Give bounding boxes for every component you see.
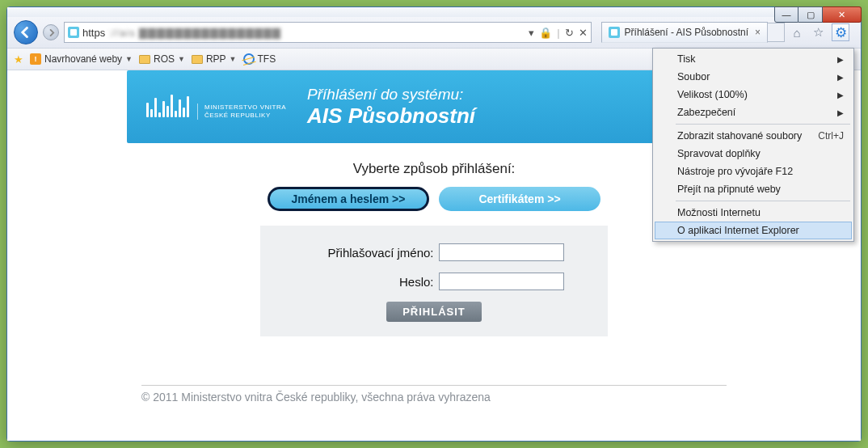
suggested-sites-label: Navrhované weby [44,53,122,65]
menu-separator [676,124,850,125]
nav-row: https ://ais ▇▇▇▇▇▇▇▇▇▇▇▇▇▇▇▇ ▾ 🔒 | ↻ ✕ … [7,17,861,48]
login-form: Přihlašovací jméno: Heslo: PŘIHLÁSIT [260,226,608,336]
tab-active[interactable]: Příhlášení - AIS Působnostní × [601,22,768,43]
login-method-prompt: Vyberte způsob přihlášení: [127,161,741,177]
fav-item-label: RPP [206,53,226,65]
add-favorite-icon[interactable]: ★ [14,53,23,66]
menu-item-label: Zabezpečení [677,107,735,118]
fav-item-label: ROS [154,53,175,65]
menu-item-pinned[interactable]: Přejít na připnuté weby [655,180,852,198]
banner: MINISTERSTVO VNITRA ČESKÉ REPUBLIKY Příh… [127,70,741,143]
tab-close-icon[interactable]: × [755,27,761,38]
menu-item-print[interactable]: Tisk▶ [655,50,852,68]
footer-copyright: © 2011 Ministerstvo vnitra České republi… [127,391,741,404]
menu-separator [676,201,850,201]
menu-item-label: Možnosti Internetu [677,207,761,218]
menu-item-label: Spravovat doplňky [677,148,761,159]
menu-item-downloads[interactable]: Zobrazit stahované souboryCtrl+J [655,127,852,145]
shield-icon: ! [30,53,41,65]
folder-icon [192,55,203,64]
back-button[interactable] [14,20,38,44]
caret-icon: ▼ [230,55,237,63]
ministry-line2: ČESKÉ REPUBLIKY [204,112,286,120]
caret-icon: ▼ [178,55,185,63]
fav-item-ros[interactable]: ROS ▼ [139,53,185,65]
url-scheme: https [82,27,105,39]
gear-icon[interactable]: ⚙ [832,23,849,41]
new-tab-button[interactable] [767,23,785,42]
submit-button[interactable]: PŘIHLÁSIT [386,302,482,322]
username-input[interactable] [439,243,564,261]
menu-item-shortcut: Ctrl+J [818,130,844,142]
password-input[interactable] [439,273,564,290]
address-bar[interactable]: https ://ais ▇▇▇▇▇▇▇▇▇▇▇▇▇▇▇▇ ▾ 🔒 | ↻ ✕ [64,22,592,43]
url-dropdown-icon[interactable]: ▾ [529,27,534,39]
tools-menu: Tisk▶ Soubor▶ Velikost (100%)▶ Zabezpeče… [652,48,854,242]
refresh-icon[interactable]: ↻ [565,27,574,39]
tab-strip: Příhlášení - AIS Působnostní × [601,22,785,43]
footer-divider [141,385,727,386]
home-icon[interactable]: ⌂ [790,25,804,40]
login-method-certificate[interactable]: Certifikátem >> [439,187,600,211]
menu-item-file[interactable]: Soubor▶ [655,68,852,86]
submenu-arrow-icon: ▶ [837,73,844,82]
menu-item-label: Tisk [677,53,695,65]
submenu-arrow-icon: ▶ [837,108,844,117]
window-minimize-button[interactable]: — [774,6,798,23]
password-label: Heslo: [305,275,434,289]
login-method-name-password[interactable]: Jménem a heslem >> [268,187,429,211]
tab-favicon [609,27,620,38]
fav-item-label: TFS [258,53,276,65]
menu-item-label: Nástroje pro vývojáře F12 [677,166,793,177]
menu-item-label: Přejít na připnuté weby [677,184,781,195]
lock-icon[interactable]: 🔒 [539,27,552,39]
suggested-sites[interactable]: ! Navrhované weby ▼ [30,53,133,65]
fav-item-rpp[interactable]: RPP ▼ [192,53,237,65]
window-maximize-button[interactable]: ▢ [798,6,823,23]
menu-item-internet-options[interactable]: Možnosti Internetu [655,204,852,222]
menu-item-addons[interactable]: Spravovat doplňky [655,145,852,163]
menu-item-label: Velikost (100%) [677,89,748,100]
banner-subtitle: Příhlášení do systému: [307,86,475,104]
fav-item-tfs[interactable]: TFS [243,53,276,65]
username-label: Přihlašovací jméno: [305,246,434,260]
window-close-button[interactable]: ✕ [823,6,862,23]
url-rest: ://ais ▇▇▇▇▇▇▇▇▇▇▇▇▇▇▇▇ [108,27,281,39]
ministry-logo: MINISTERSTVO VNITRA ČESKÉ REPUBLIKY [146,95,286,120]
menu-item-zoom[interactable]: Velikost (100%)▶ [655,86,852,104]
arrow-left-icon [20,27,32,38]
ie-icon [243,53,255,65]
menu-item-devtools[interactable]: Nástroje pro vývojáře F12 [655,163,852,180]
ministry-line1: MINISTERSTVO VNITRA [204,104,286,112]
submenu-arrow-icon: ▶ [837,91,844,99]
menu-item-security[interactable]: Zabezpečení▶ [655,104,852,121]
forward-button[interactable] [43,24,59,40]
caret-icon: ▼ [125,55,133,63]
menu-item-label: Zobrazit stahované soubory [677,130,802,142]
titlebar [7,7,861,17]
submenu-arrow-icon: ▶ [837,55,844,64]
menu-item-label: Soubor [677,71,710,82]
arrow-right-icon [48,29,55,36]
site-favicon [68,27,79,38]
menu-item-about-ie[interactable]: O aplikaci Internet Explorer [655,222,852,239]
stop-icon[interactable]: ✕ [579,27,588,39]
banner-title: AIS Působnostní [307,104,475,129]
menu-item-label: O aplikaci Internet Explorer [677,225,799,236]
folder-icon [139,55,150,64]
favorites-icon[interactable]: ☆ [811,25,825,40]
tab-title: Příhlášení - AIS Působnostní [625,27,748,38]
